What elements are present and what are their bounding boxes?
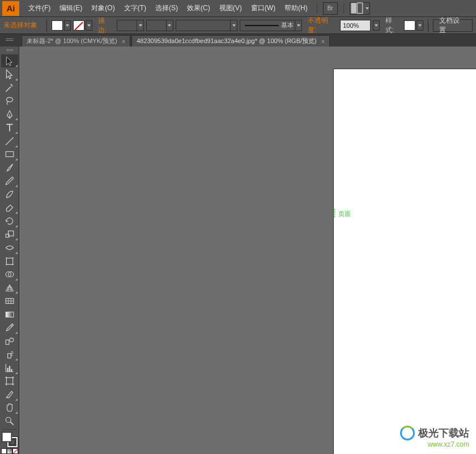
graph-icon bbox=[5, 363, 15, 373]
hand-tool[interactable] bbox=[1, 401, 18, 415]
document-setup-button[interactable]: 文档设置 bbox=[433, 19, 473, 32]
fill-swatch-group[interactable] bbox=[52, 20, 71, 31]
main-area: 页面 bbox=[0, 46, 476, 454]
close-icon[interactable]: × bbox=[122, 38, 125, 45]
color-mode-row bbox=[1, 448, 18, 454]
svg-rect-18 bbox=[7, 368, 8, 372]
document-tab-2[interactable]: 482309539da0e1ccdfbed91aac32a4e0.jpg* @ … bbox=[131, 35, 330, 46]
scale-tool[interactable] bbox=[1, 228, 18, 241]
blend-tool[interactable] bbox=[1, 334, 18, 348]
opacity-label: 不透明度: bbox=[308, 16, 337, 35]
graphic-style-swatch[interactable] bbox=[404, 20, 415, 31]
graphic-style-label: 样式: bbox=[385, 16, 401, 35]
control-bar: 未选择对象 描边: 基本 不透明度: 100% 样式: 文档设置 bbox=[0, 17, 476, 34]
menu-help[interactable]: 帮助(H) bbox=[280, 0, 312, 17]
menu-type[interactable]: 文字(T) bbox=[120, 0, 151, 17]
smart-guide-label: 页面 bbox=[338, 210, 351, 218]
svg-rect-15 bbox=[6, 340, 9, 344]
svg-rect-20 bbox=[11, 369, 12, 372]
stroke-swatch[interactable] bbox=[73, 20, 84, 31]
close-icon[interactable]: × bbox=[321, 38, 325, 45]
chevron-down-icon bbox=[295, 20, 301, 31]
menu-effect[interactable]: 效果(C) bbox=[182, 0, 215, 17]
artboard-tool[interactable] bbox=[1, 375, 18, 388]
line-tool[interactable] bbox=[1, 134, 18, 148]
menu-window[interactable]: 窗口(W) bbox=[246, 0, 280, 17]
lasso-tool[interactable] bbox=[1, 94, 18, 108]
rectangle-tool[interactable] bbox=[1, 148, 18, 162]
brush-definition-picker[interactable] bbox=[176, 20, 238, 31]
graphic-style-picker[interactable] bbox=[404, 20, 423, 31]
fill-dropdown[interactable] bbox=[64, 20, 71, 31]
lasso-icon bbox=[5, 96, 15, 106]
shape-builder-tool[interactable] bbox=[1, 268, 18, 281]
blob-brush-tool[interactable] bbox=[1, 188, 18, 201]
column-graph-tool[interactable] bbox=[1, 361, 18, 375]
eyedropper-tool[interactable] bbox=[1, 321, 18, 334]
layout-arrange-button[interactable] bbox=[350, 2, 370, 15]
rectangle-icon bbox=[5, 149, 15, 159]
mesh-tool[interactable] bbox=[1, 294, 18, 308]
rotate-icon bbox=[5, 216, 15, 226]
stroke-dropdown[interactable] bbox=[86, 20, 92, 31]
menu-edit[interactable]: 编辑(E) bbox=[55, 0, 87, 17]
color-mode-none[interactable] bbox=[12, 448, 18, 454]
fill-color-chip[interactable] bbox=[2, 432, 12, 442]
document-tab-1[interactable]: 未标题-2* @ 100% (CMYK/预览) × bbox=[22, 35, 130, 46]
slice-icon bbox=[5, 389, 15, 400]
gradient-tool[interactable] bbox=[1, 308, 18, 321]
free-transform-tool[interactable] bbox=[1, 254, 18, 268]
tab-label: 482309539da0e1ccdfbed91aac32a4e0.jpg* @ … bbox=[137, 37, 317, 45]
chevron-down-icon bbox=[166, 20, 173, 31]
artboard[interactable] bbox=[334, 69, 476, 454]
menu-select[interactable]: 选择(S) bbox=[151, 0, 182, 17]
slice-tool[interactable] bbox=[1, 388, 18, 401]
type-tool[interactable] bbox=[1, 121, 18, 134]
svg-rect-14 bbox=[6, 312, 14, 317]
graphic-style-dropdown[interactable] bbox=[416, 20, 423, 31]
stroke-style-picker[interactable]: 基本 bbox=[240, 20, 302, 31]
menu-view[interactable]: 视图(V) bbox=[215, 0, 246, 17]
tool-panel bbox=[0, 46, 19, 454]
watermark: 极光下载站 www.xz7.com bbox=[400, 426, 469, 448]
stroke-swatch-group[interactable] bbox=[73, 20, 92, 31]
width-icon bbox=[5, 243, 15, 253]
svg-rect-1 bbox=[357, 3, 362, 14]
pen-tool[interactable] bbox=[1, 108, 18, 121]
magic-wand-icon bbox=[5, 83, 15, 93]
fill-stroke-control[interactable] bbox=[2, 432, 18, 447]
fill-swatch[interactable] bbox=[52, 20, 63, 31]
menu-object[interactable]: 对象(O) bbox=[87, 0, 119, 17]
chevron-down-icon bbox=[137, 20, 143, 31]
bridge-button[interactable]: Br bbox=[323, 2, 338, 15]
svg-point-9 bbox=[6, 264, 7, 265]
selection-tool[interactable] bbox=[1, 54, 18, 68]
tab-grip[interactable] bbox=[1, 35, 18, 44]
color-mode-gradient[interactable] bbox=[7, 448, 12, 454]
layout-icon bbox=[350, 1, 364, 15]
pencil-tool[interactable] bbox=[1, 175, 18, 188]
color-mode-solid[interactable] bbox=[1, 448, 7, 454]
zoom-tool[interactable] bbox=[1, 414, 18, 428]
eraser-tool[interactable] bbox=[1, 201, 18, 215]
perspective-grid-tool[interactable] bbox=[1, 281, 18, 295]
app-logo: Ai bbox=[2, 1, 19, 16]
rotate-tool[interactable] bbox=[1, 214, 18, 228]
svg-point-16 bbox=[10, 338, 14, 342]
menu-file[interactable]: 文件(F) bbox=[24, 0, 55, 17]
watermark-url: www.xz7.com bbox=[400, 440, 469, 448]
canvas-area[interactable]: 页面 bbox=[19, 46, 476, 454]
gradient-icon bbox=[5, 309, 15, 320]
opacity-input[interactable]: 100% bbox=[340, 20, 371, 31]
stroke-preview-line bbox=[245, 25, 279, 26]
width-tool[interactable] bbox=[1, 241, 18, 254]
magic-wand-tool[interactable] bbox=[1, 81, 18, 95]
smart-guide bbox=[334, 209, 335, 218]
variable-width-profile[interactable] bbox=[146, 20, 173, 31]
paintbrush-tool[interactable] bbox=[1, 161, 18, 175]
panel-grip[interactable] bbox=[0, 48, 19, 53]
symbol-sprayer-tool[interactable] bbox=[1, 347, 18, 361]
direct-selection-tool[interactable] bbox=[1, 67, 18, 81]
stroke-weight-picker[interactable] bbox=[117, 20, 144, 31]
opacity-dropdown[interactable] bbox=[373, 20, 380, 31]
